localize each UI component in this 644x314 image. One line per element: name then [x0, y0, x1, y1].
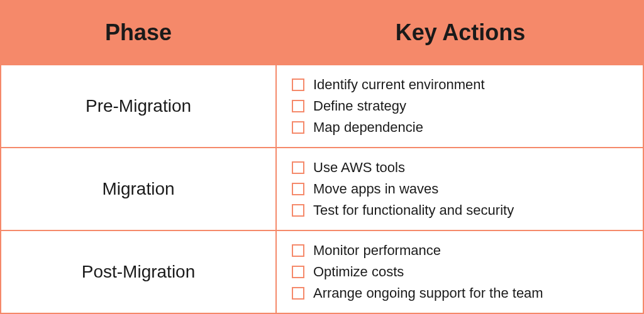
table-row: Post-Migration Monitor performance Optim…	[0, 231, 644, 314]
list-item: Define strategy	[292, 98, 628, 114]
list-item: Map dependencie	[292, 119, 628, 136]
checkbox-icon	[292, 161, 304, 174]
actions-list: Monitor performance Optimize costs Arran…	[277, 231, 644, 313]
actions-list: Identify current environment Define stra…	[277, 65, 644, 147]
list-item: Arrange ongoing support for the team	[292, 285, 628, 301]
table-header-row: Phase Key Actions	[0, 0, 644, 65]
checkbox-icon	[292, 204, 304, 217]
checkbox-icon	[292, 244, 304, 257]
action-text: Test for functionality and security	[313, 202, 514, 219]
phase-label: Pre-Migration	[0, 65, 277, 147]
phase-label: Migration	[0, 148, 277, 230]
list-item: Identify current environment	[292, 77, 628, 93]
action-text: Arrange ongoing support for the team	[313, 285, 543, 301]
checkbox-icon	[292, 287, 304, 300]
list-item: Use AWS tools	[292, 160, 628, 176]
header-actions: Key Actions	[277, 0, 644, 65]
list-item: Move apps in waves	[292, 181, 628, 197]
table-row: Pre-Migration Identify current environme…	[0, 65, 644, 148]
checkbox-icon	[292, 100, 304, 112]
checkbox-icon	[292, 266, 304, 278]
actions-list: Use AWS tools Move apps in waves Test fo…	[277, 148, 644, 230]
action-text: Use AWS tools	[313, 160, 405, 176]
migration-phases-table: Phase Key Actions Pre-Migration Identify…	[0, 0, 644, 314]
action-text: Identify current environment	[313, 77, 485, 93]
list-item: Monitor performance	[292, 242, 628, 259]
checkbox-icon	[292, 183, 304, 195]
checkbox-icon	[292, 121, 304, 134]
action-text: Optimize costs	[313, 264, 404, 280]
phase-label: Post-Migration	[0, 231, 277, 313]
checkbox-icon	[292, 78, 304, 91]
action-text: Monitor performance	[313, 242, 441, 259]
action-text: Define strategy	[313, 98, 406, 114]
table-row: Migration Use AWS tools Move apps in wav…	[0, 148, 644, 231]
action-text: Move apps in waves	[313, 181, 438, 197]
list-item: Test for functionality and security	[292, 202, 628, 219]
action-text: Map dependencie	[313, 119, 423, 136]
header-phase: Phase	[0, 0, 277, 65]
list-item: Optimize costs	[292, 264, 628, 280]
